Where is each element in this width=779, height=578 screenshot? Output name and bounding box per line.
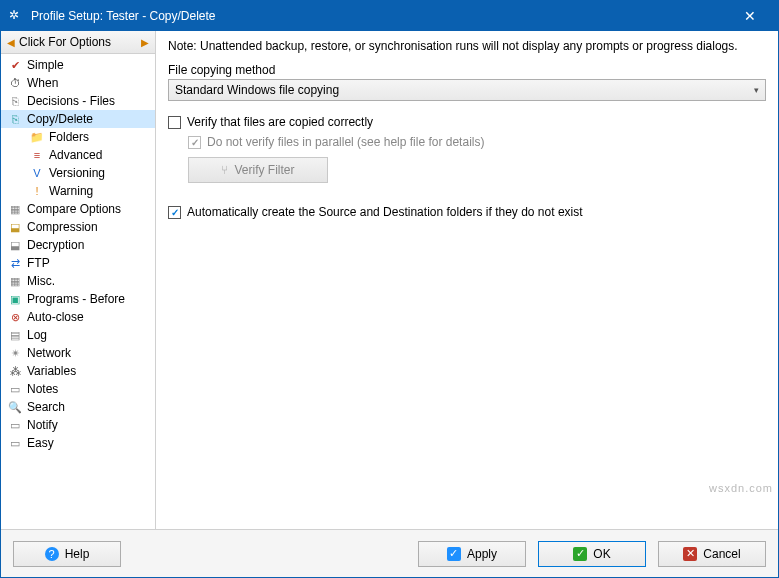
- arrow-left-icon: ◀: [7, 37, 15, 48]
- ok-icon: ✓: [573, 547, 587, 561]
- programs-before-icon: ▣: [7, 291, 23, 307]
- nav-tree: ✔Simple⏱When⎘Decisions - Files⎘Copy/Dele…: [1, 54, 155, 529]
- cancel-button[interactable]: ✕ Cancel: [658, 541, 766, 567]
- sidebar-item-programs-before[interactable]: ▣Programs - Before: [1, 290, 155, 308]
- sidebar-item-label: Compression: [27, 220, 98, 234]
- sidebar-item-label: Decryption: [27, 238, 84, 252]
- sidebar-item-folders[interactable]: 📁Folders: [1, 128, 155, 146]
- misc--icon: ▦: [7, 273, 23, 289]
- simple-icon: ✔: [7, 57, 23, 73]
- sidebar-item-label: Decisions - Files: [27, 94, 115, 108]
- sidebar-item-copy-delete[interactable]: ⎘Copy/Delete: [1, 110, 155, 128]
- warning-icon: !: [29, 183, 45, 199]
- when-icon: ⏱: [7, 75, 23, 91]
- auto-create-row: Automatically create the Source and Dest…: [168, 205, 766, 219]
- compare-options-icon: ▦: [7, 201, 23, 217]
- sidebar-item-label: Search: [27, 400, 65, 414]
- sidebar-item-label: When: [27, 76, 58, 90]
- versioning-icon: V: [29, 165, 45, 181]
- watermark: wsxdn.com: [709, 482, 773, 494]
- sidebar-item-ftp[interactable]: ⇄FTP: [1, 254, 155, 272]
- network-icon: ✴: [7, 345, 23, 361]
- note-text: Note: Unattended backup, restore, or syn…: [168, 39, 766, 53]
- sidebar-item-versioning[interactable]: VVersioning: [1, 164, 155, 182]
- sidebar-item-decryption[interactable]: ⬓Decryption: [1, 236, 155, 254]
- help-label: Help: [65, 547, 90, 561]
- titlebar: ✲ Profile Setup: Tester - Copy/Delete ✕: [1, 1, 778, 31]
- sidebar-item-compression[interactable]: ⬓Compression: [1, 218, 155, 236]
- compression-icon: ⬓: [7, 219, 23, 235]
- ok-label: OK: [593, 547, 610, 561]
- variables-icon: ⁂: [7, 363, 23, 379]
- sidebar-item-label: Simple: [27, 58, 64, 72]
- chevron-down-icon: ▾: [754, 85, 759, 95]
- sidebar-item-label: Misc.: [27, 274, 55, 288]
- sidebar-item-warning[interactable]: !Warning: [1, 182, 155, 200]
- sidebar-item-label: Notify: [27, 418, 58, 432]
- sidebar-item-advanced[interactable]: ≡Advanced: [1, 146, 155, 164]
- sidebar-item-label: Notes: [27, 382, 58, 396]
- sidebar-item-label: Variables: [27, 364, 76, 378]
- sidebar-item-notify[interactable]: ▭Notify: [1, 416, 155, 434]
- copy-method-dropdown[interactable]: Standard Windows file copying ▾: [168, 79, 766, 101]
- decryption-icon: ⬓: [7, 237, 23, 253]
- log-icon: ▤: [7, 327, 23, 343]
- sidebar-item-label: Warning: [49, 184, 93, 198]
- search-icon: 🔍: [7, 399, 23, 415]
- apply-button[interactable]: ✓ Apply: [418, 541, 526, 567]
- verify-checkbox[interactable]: [168, 116, 181, 129]
- sidebar-item-label: Advanced: [49, 148, 102, 162]
- sidebar-item-label: Network: [27, 346, 71, 360]
- sidebar-item-auto-close[interactable]: ⊗Auto-close: [1, 308, 155, 326]
- no-parallel-row: Do not verify files in parallel (see hel…: [188, 135, 766, 149]
- sidebar-item-search[interactable]: 🔍Search: [1, 398, 155, 416]
- app-icon: ✲: [9, 8, 25, 24]
- sidebar: ◀ Click For Options ▶ ✔Simple⏱When⎘Decis…: [1, 31, 156, 529]
- apply-label: Apply: [467, 547, 497, 561]
- body: ◀ Click For Options ▶ ✔Simple⏱When⎘Decis…: [1, 31, 778, 529]
- close-icon[interactable]: ✕: [730, 8, 770, 24]
- cancel-icon: ✕: [683, 547, 697, 561]
- ok-button[interactable]: ✓ OK: [538, 541, 646, 567]
- decisions-files-icon: ⎘: [7, 93, 23, 109]
- sidebar-item-misc-[interactable]: ▦Misc.: [1, 272, 155, 290]
- sidebar-item-simple[interactable]: ✔Simple: [1, 56, 155, 74]
- verify-label: Verify that files are copied correctly: [187, 115, 373, 129]
- sidebar-item-label: Versioning: [49, 166, 105, 180]
- footer: ? Help ✓ Apply ✓ OK ✕ Cancel: [1, 529, 778, 577]
- options-label: Click For Options: [19, 35, 111, 49]
- filter-icon: ⑂: [221, 163, 228, 177]
- verify-filter-label: Verify Filter: [234, 163, 294, 177]
- copy-delete-icon: ⎘: [7, 111, 23, 127]
- sidebar-item-notes[interactable]: ▭Notes: [1, 380, 155, 398]
- arrow-right-icon: ▶: [141, 37, 149, 48]
- auto-create-label: Automatically create the Source and Dest…: [187, 205, 583, 219]
- click-for-options[interactable]: ◀ Click For Options ▶: [1, 31, 155, 54]
- auto-close-icon: ⊗: [7, 309, 23, 325]
- cancel-label: Cancel: [703, 547, 740, 561]
- ftp-icon: ⇄: [7, 255, 23, 271]
- no-parallel-checkbox: [188, 136, 201, 149]
- sidebar-item-log[interactable]: ▤Log: [1, 326, 155, 344]
- no-parallel-label: Do not verify files in parallel (see hel…: [207, 135, 484, 149]
- window-title: Profile Setup: Tester - Copy/Delete: [31, 9, 730, 23]
- window: ✲ Profile Setup: Tester - Copy/Delete ✕ …: [0, 0, 779, 578]
- apply-icon: ✓: [447, 547, 461, 561]
- sidebar-item-decisions-files[interactable]: ⎘Decisions - Files: [1, 92, 155, 110]
- easy-icon: ▭: [7, 435, 23, 451]
- sidebar-item-label: Log: [27, 328, 47, 342]
- auto-create-checkbox[interactable]: [168, 206, 181, 219]
- sidebar-item-label: Programs - Before: [27, 292, 125, 306]
- sidebar-item-when[interactable]: ⏱When: [1, 74, 155, 92]
- sidebar-item-variables[interactable]: ⁂Variables: [1, 362, 155, 380]
- sidebar-item-network[interactable]: ✴Network: [1, 344, 155, 362]
- verify-row: Verify that files are copied correctly: [168, 115, 766, 129]
- sidebar-item-easy[interactable]: ▭Easy: [1, 434, 155, 452]
- sidebar-item-label: Compare Options: [27, 202, 121, 216]
- sidebar-item-label: FTP: [27, 256, 50, 270]
- advanced-icon: ≡: [29, 147, 45, 163]
- help-button[interactable]: ? Help: [13, 541, 121, 567]
- folders-icon: 📁: [29, 129, 45, 145]
- verify-filter-button: ⑂ Verify Filter: [188, 157, 328, 183]
- sidebar-item-compare-options[interactable]: ▦Compare Options: [1, 200, 155, 218]
